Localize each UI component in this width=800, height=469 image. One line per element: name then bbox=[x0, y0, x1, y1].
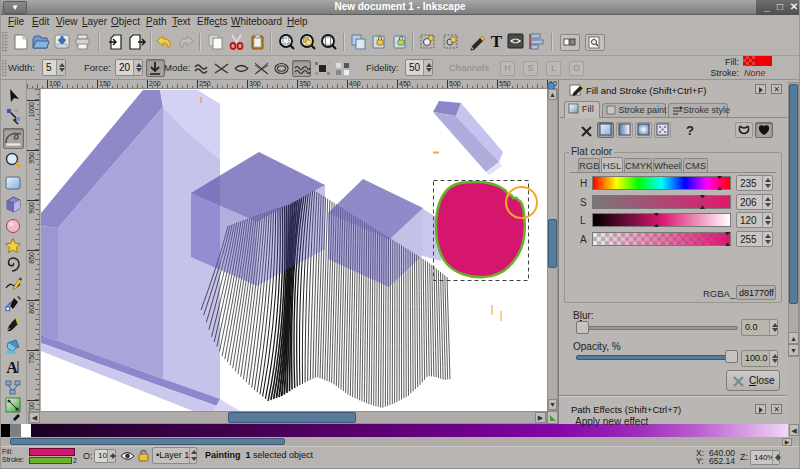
svg-text:<>: <> bbox=[510, 36, 521, 46]
svg-text:A: A bbox=[6, 359, 18, 376]
svg-text:T: T bbox=[491, 32, 503, 51]
